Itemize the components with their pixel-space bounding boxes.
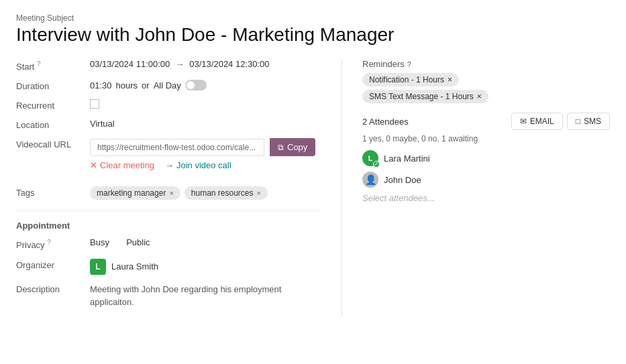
videocall-row: Videocall URL https://recruitment-flow-t… bbox=[16, 138, 321, 178]
videocall-url-input[interactable]: https://recruitment-flow-test.odoo.com/c… bbox=[90, 139, 264, 156]
copy-label: Copy bbox=[287, 142, 307, 152]
allday-label: All Day bbox=[154, 80, 181, 90]
reminder-tag-1-label: Notification - 1 Hours bbox=[369, 75, 444, 84]
location-label: Location bbox=[16, 119, 90, 130]
sms-button[interactable]: □ SMS bbox=[567, 113, 610, 130]
privacy-tooltip: ? bbox=[47, 239, 51, 246]
privacy-row: Privacy ? Busy Public bbox=[16, 237, 321, 250]
avatar-john-icon: 👤 bbox=[365, 174, 376, 185]
start-row: Start ? 03/13/2024 11:00:00 → 03/13/2024… bbox=[16, 59, 321, 72]
recurrent-row: Recurrent bbox=[16, 99, 321, 111]
description-label: Description bbox=[16, 283, 90, 294]
attendee-john: 👤 John Doe bbox=[362, 172, 610, 188]
allday-toggle[interactable] bbox=[185, 80, 207, 90]
organizer-avatar: L bbox=[90, 259, 106, 275]
tag1-remove[interactable]: × bbox=[169, 189, 173, 197]
email-icon: ✉ bbox=[520, 117, 527, 126]
attendee-john-name: John Doe bbox=[384, 175, 421, 185]
reminders-label: Reminders ? bbox=[362, 59, 610, 69]
reminder-tag-2-label: SMS Text Message - 1 Hours bbox=[369, 92, 474, 101]
duration-row: Duration 01:30 hours or All Day bbox=[16, 80, 321, 91]
description-row: Description Meeting with John Doe regard… bbox=[16, 283, 321, 309]
tag-human-resources: human resources × bbox=[185, 186, 268, 200]
hours-label: hours bbox=[116, 80, 138, 90]
tags-label: Tags bbox=[16, 186, 90, 198]
tags-value: marketing manager × human resources × bbox=[90, 186, 321, 200]
attendee-lara: L ✓ Lara Martini bbox=[362, 150, 610, 166]
check-icon: ✓ bbox=[373, 161, 380, 168]
show-as-public: Public bbox=[126, 237, 150, 247]
attendees-status: 1 yes, 0 maybe, 0 no, 1 awaiting bbox=[362, 134, 610, 143]
duration-input[interactable]: 01:30 bbox=[90, 80, 112, 90]
left-panel: Start ? 03/13/2024 11:00:00 → 03/13/2024… bbox=[16, 59, 342, 317]
attendees-count: 2 Attendees bbox=[362, 117, 409, 127]
recurrent-label: Recurrent bbox=[16, 99, 90, 111]
x-icon: ✕ bbox=[90, 160, 97, 170]
avatar-lara-initial: L bbox=[368, 154, 373, 162]
reminder-tag-1: Notification - 1 Hours × bbox=[362, 73, 459, 86]
sms-label: SMS bbox=[584, 117, 601, 126]
attendees-header: 2 Attendees ✉ EMAIL □ SMS bbox=[362, 113, 610, 130]
videocall-value: https://recruitment-flow-test.odoo.com/c… bbox=[90, 138, 321, 178]
appointment-section: Appointment bbox=[16, 210, 321, 231]
tag-marketing-manager: marketing manager × bbox=[90, 186, 180, 200]
arrow-icon: → bbox=[175, 59, 184, 69]
videocall-label: Videocall URL bbox=[16, 138, 90, 149]
arrow-right-icon: → bbox=[165, 160, 174, 170]
organizer-label: Organizer bbox=[16, 259, 90, 270]
start-date2[interactable]: 03/13/2024 12:30:00 bbox=[189, 59, 269, 69]
sms-icon: □ bbox=[576, 117, 580, 126]
privacy-value: Busy Public bbox=[90, 237, 321, 247]
email-label: EMAIL bbox=[530, 117, 554, 126]
organizer-value: L Laura Smith bbox=[90, 259, 321, 275]
tag2-remove[interactable]: × bbox=[257, 189, 261, 197]
tags-row: Tags marketing manager × human resources… bbox=[16, 186, 321, 200]
privacy-busy: Busy bbox=[90, 237, 109, 247]
start-label: Start ? bbox=[16, 59, 90, 72]
organizer-name: Laura Smith bbox=[111, 261, 158, 271]
duration-label: Duration bbox=[16, 80, 90, 91]
meeting-actions: ✕ Clear meeting → Join video call bbox=[90, 160, 321, 170]
select-attendees[interactable]: Select attendees... bbox=[362, 193, 610, 203]
meeting-title: Interview with John Doe - Marketing Mana… bbox=[16, 24, 610, 46]
attendee-action-buttons: ✉ EMAIL □ SMS bbox=[511, 113, 610, 130]
recurrent-checkbox[interactable] bbox=[90, 99, 99, 109]
or-label: or bbox=[142, 80, 150, 90]
duration-value: 01:30 hours or All Day bbox=[90, 80, 321, 90]
copy-icon: ⧉ bbox=[278, 143, 284, 152]
join-video-link[interactable]: → Join video call bbox=[165, 160, 231, 170]
copy-button[interactable]: ⧉ Copy bbox=[270, 138, 315, 156]
right-panel: Reminders ? Notification - 1 Hours × SMS… bbox=[342, 59, 610, 317]
reminder-tag-2: SMS Text Message - 1 Hours × bbox=[362, 90, 488, 103]
email-button[interactable]: ✉ EMAIL bbox=[511, 113, 563, 130]
reminder-tags: Notification - 1 Hours × SMS Text Messag… bbox=[362, 73, 610, 103]
tag1-label: marketing manager bbox=[97, 188, 166, 198]
tag2-label: human resources bbox=[191, 188, 254, 198]
clear-label: Clear meeting bbox=[100, 160, 154, 170]
recurrent-value bbox=[90, 99, 321, 111]
reminders-tooltip: ? bbox=[407, 60, 411, 68]
start-tooltip: ? bbox=[37, 60, 41, 68]
reminder-tag-2-remove[interactable]: × bbox=[477, 92, 482, 101]
start-date1[interactable]: 03/13/2024 11:00:00 bbox=[90, 59, 170, 69]
avatar-john: 👤 bbox=[362, 172, 378, 188]
reminder-tag-1-remove[interactable]: × bbox=[448, 75, 452, 84]
avatar-lara: L ✓ bbox=[362, 150, 378, 166]
start-value: 03/13/2024 11:00:00 → 03/13/2024 12:30:0… bbox=[90, 59, 321, 69]
clear-meeting-link[interactable]: ✕ Clear meeting bbox=[90, 160, 154, 170]
organizer-row: Organizer L Laura Smith bbox=[16, 259, 321, 275]
description-value: Meeting with John Doe regarding his empl… bbox=[90, 283, 321, 309]
location-value[interactable]: Virtual bbox=[90, 119, 321, 129]
join-label: Join video call bbox=[176, 160, 231, 170]
attendee-lara-name: Lara Martini bbox=[384, 154, 430, 164]
meeting-subject-label: Meeting Subject bbox=[16, 13, 610, 23]
location-row: Location Virtual bbox=[16, 119, 321, 130]
privacy-label: Privacy ? bbox=[16, 237, 90, 250]
